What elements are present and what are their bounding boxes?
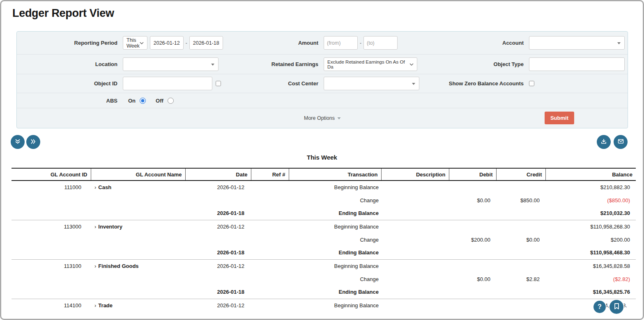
credit-cell	[496, 259, 545, 272]
date-cell: 2026-01-12	[185, 220, 251, 233]
email-button[interactable]	[614, 135, 628, 149]
reporting-period-value: This Week	[126, 37, 140, 49]
expand-chevron-icon[interactable]: ›	[94, 184, 96, 190]
credit-cell	[496, 286, 545, 299]
table-row: 114100›Trade2026-01-12Beginning Balance$…	[12, 299, 636, 312]
ref-cell	[251, 246, 289, 259]
help-button[interactable]: ?	[593, 300, 607, 314]
double-chevron-down-icon	[14, 138, 21, 146]
location-label: Location	[17, 61, 117, 67]
date-cell	[185, 272, 251, 286]
date-cell: 2026-01-18	[185, 286, 251, 299]
credit-cell: $0.00	[496, 233, 545, 246]
gl-account-name: Cash	[98, 184, 111, 190]
location-select[interactable]	[123, 57, 218, 71]
balance-cell: $16,345,828.58	[545, 259, 636, 272]
table-row: Change$0.00$2.82($2.82)	[12, 272, 636, 286]
chevron-down-icon	[409, 63, 414, 66]
date-cell: 2026-01-18	[185, 207, 251, 220]
ref-cell	[251, 233, 289, 246]
ref-cell	[251, 220, 289, 233]
show-zero-balance-checkbox[interactable]	[529, 81, 534, 86]
date-cell: 2026-01-18	[185, 246, 251, 259]
reporting-period-select[interactable]: This Week	[123, 36, 147, 50]
object-type-input[interactable]	[529, 57, 625, 71]
col-balance: Balance	[545, 168, 636, 181]
expand-chevron-icon[interactable]: ›	[94, 263, 96, 269]
balance-cell: $110,958,268.30	[545, 220, 636, 233]
expand-all-button[interactable]	[26, 135, 40, 149]
account-select[interactable]	[529, 36, 625, 50]
cost-center-select[interactable]	[324, 77, 419, 90]
collapse-all-button[interactable]	[11, 135, 25, 149]
gl-account-id-cell: 113000	[12, 220, 91, 233]
balance-cell: $210,882.30	[545, 181, 636, 194]
abs-off-label: Off	[156, 98, 163, 104]
download-button[interactable]	[597, 135, 611, 149]
debit-cell	[449, 299, 496, 312]
gl-account-name-cell: ›Finished Goods	[91, 259, 185, 272]
debit-cell	[449, 207, 496, 220]
balance-cell: ($850.00)	[545, 194, 636, 207]
abs-label: ABS	[17, 98, 117, 104]
filter-row-3: Object ID Cost Center Show Zero Balance …	[17, 74, 628, 93]
credit-cell	[496, 299, 545, 312]
description-cell	[381, 286, 449, 299]
col-gl-account-name: GL Account Name	[91, 168, 185, 181]
ref-cell	[251, 299, 289, 312]
transaction-cell: Ending Balance	[289, 207, 381, 220]
description-cell	[381, 246, 449, 259]
debit-cell	[449, 181, 496, 194]
transaction-cell: Beginning Balance	[289, 299, 381, 312]
show-zero-balance-label: Show Zero Balance Accounts	[425, 80, 524, 87]
table-header-row: GL Account ID GL Account Name Date Ref #…	[12, 168, 636, 181]
gl-account-name: Finished Goods	[98, 263, 138, 269]
col-description: Description	[381, 168, 449, 181]
amount-label: Amount	[221, 40, 318, 46]
ref-cell	[251, 286, 289, 299]
toolbar	[1, 135, 643, 149]
submit-button[interactable]: Submit	[545, 112, 574, 124]
page-title: Ledger Report View	[12, 7, 643, 20]
debit-cell: $0.00	[449, 272, 496, 286]
retained-earnings-select[interactable]: Exclude Retained Earnings On As Of Da	[324, 57, 417, 71]
gl-account-name-cell	[91, 194, 185, 207]
date-cell	[185, 194, 251, 207]
balance-cell: $110,958,468.30	[545, 246, 636, 259]
gl-account-name: Trade	[98, 302, 113, 309]
expand-chevron-icon[interactable]: ›	[94, 224, 96, 230]
description-cell	[381, 220, 449, 233]
gl-account-name-cell	[91, 246, 185, 259]
table-row: 2026-01-18Ending Balance$110,958,468.30	[12, 246, 636, 259]
transaction-cell: Change	[289, 233, 381, 246]
col-transaction: Transaction	[289, 168, 381, 181]
date-from-input[interactable]	[150, 36, 184, 50]
abs-on-radio[interactable]	[140, 98, 146, 104]
balance-cell: $16,345,825.76	[545, 286, 636, 299]
expand-chevron-icon[interactable]: ›	[94, 302, 96, 309]
gl-account-name-cell	[91, 286, 185, 299]
report-title: This Week	[1, 154, 643, 161]
more-options-label: More Options	[304, 115, 335, 121]
more-options-button[interactable]: More Options	[304, 115, 340, 121]
object-id-input[interactable]	[123, 77, 212, 90]
balance-cell: ($2.82)	[545, 272, 636, 286]
filter-row-4: ABS On Off	[17, 93, 628, 108]
amount-to-input[interactable]	[363, 36, 398, 50]
date-to-input[interactable]	[189, 36, 223, 50]
col-debit: Debit	[449, 168, 496, 181]
date-cell: 2026-01-12	[185, 181, 251, 194]
debit-cell	[449, 220, 496, 233]
gl-account-name-cell: ›Trade	[91, 299, 185, 312]
description-cell	[381, 272, 449, 286]
amount-from-input[interactable]	[324, 36, 358, 50]
description-cell	[381, 259, 449, 272]
gl-account-name-cell	[91, 207, 185, 220]
abs-on-label: On	[128, 98, 136, 104]
bookmark-button[interactable]	[609, 299, 624, 315]
object-id-checkbox[interactable]	[216, 81, 221, 86]
ref-cell	[251, 207, 289, 220]
col-credit: Credit	[496, 168, 545, 181]
debit-cell: $200.00	[449, 233, 496, 246]
abs-off-radio[interactable]	[168, 98, 174, 104]
